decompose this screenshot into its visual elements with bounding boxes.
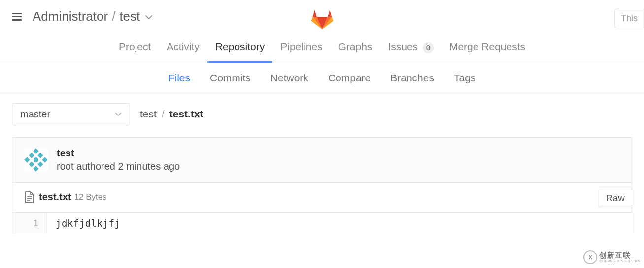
branch-select[interactable]: master bbox=[12, 103, 130, 125]
sub-tab-network[interactable]: Network bbox=[261, 72, 318, 84]
file-size: 12 Bytes bbox=[74, 192, 107, 202]
sub-tab-branches[interactable]: Branches bbox=[380, 72, 444, 84]
line-content: jdkfjdlkjfj bbox=[47, 213, 129, 233]
branch-name: master bbox=[20, 109, 50, 120]
svg-point-9 bbox=[34, 157, 38, 162]
tab-repository[interactable]: Repository bbox=[207, 34, 272, 63]
owner-link[interactable]: Administrator bbox=[33, 9, 108, 24]
sub-tab-commits[interactable]: Commits bbox=[200, 72, 261, 84]
watermark-icon: X bbox=[583, 250, 597, 264]
last-commit-panel: test root authored 2 minutes ago bbox=[12, 137, 632, 183]
path-file: test.txt bbox=[169, 108, 203, 120]
sub-tab-files[interactable]: Files bbox=[159, 72, 200, 84]
menu-icon[interactable] bbox=[12, 13, 22, 21]
watermark-text-small: CHUANG XIN HU LIAN bbox=[599, 259, 640, 263]
breadcrumb-separator: / bbox=[112, 9, 115, 24]
project-link[interactable]: test bbox=[119, 9, 140, 24]
path-dir[interactable]: test bbox=[140, 108, 157, 120]
project-breadcrumb: Administrator / test bbox=[33, 9, 153, 24]
avatar bbox=[24, 148, 48, 172]
watermark-text-big: 创新互联 bbox=[599, 251, 640, 260]
commit-message[interactable]: test bbox=[57, 148, 180, 159]
chevron-down-icon[interactable] bbox=[145, 11, 153, 22]
main-tabs: Project Activity Repository Pipelines Gr… bbox=[0, 34, 644, 63]
issues-count-badge: 0 bbox=[423, 42, 434, 53]
sub-tab-tags[interactable]: Tags bbox=[444, 72, 485, 84]
tab-pipelines[interactable]: Pipelines bbox=[272, 34, 330, 63]
file-path-breadcrumb: test / test.txt bbox=[140, 108, 203, 120]
tab-issues-label: Issues bbox=[388, 41, 418, 52]
tab-activity[interactable]: Activity bbox=[159, 34, 207, 63]
file-icon bbox=[24, 191, 34, 203]
chevron-down-icon bbox=[115, 110, 122, 118]
gitlab-logo-icon[interactable] bbox=[309, 6, 336, 33]
watermark: X 创新互联 CHUANG XIN HU LIAN bbox=[583, 250, 640, 264]
path-separator: / bbox=[162, 108, 165, 120]
search-input[interactable]: This bbox=[614, 9, 644, 28]
raw-button[interactable]: Raw bbox=[599, 189, 632, 208]
commit-author-line: root authored 2 minutes ago bbox=[57, 161, 180, 172]
repository-sub-tabs: Files Commits Network Compare Branches T… bbox=[0, 63, 644, 93]
file-name: test.txt bbox=[39, 191, 71, 203]
line-number[interactable]: 1 bbox=[12, 213, 47, 233]
code-view: 1 jdkfjdlkjfj bbox=[12, 213, 632, 233]
tab-graphs[interactable]: Graphs bbox=[331, 34, 380, 63]
file-header: test.txt 12 Bytes Raw bbox=[12, 183, 632, 213]
tab-issues[interactable]: Issues 0 bbox=[380, 34, 441, 63]
sub-tab-compare[interactable]: Compare bbox=[318, 72, 380, 84]
tab-merge-requests[interactable]: Merge Requests bbox=[441, 34, 533, 63]
tab-project[interactable]: Project bbox=[111, 34, 159, 63]
